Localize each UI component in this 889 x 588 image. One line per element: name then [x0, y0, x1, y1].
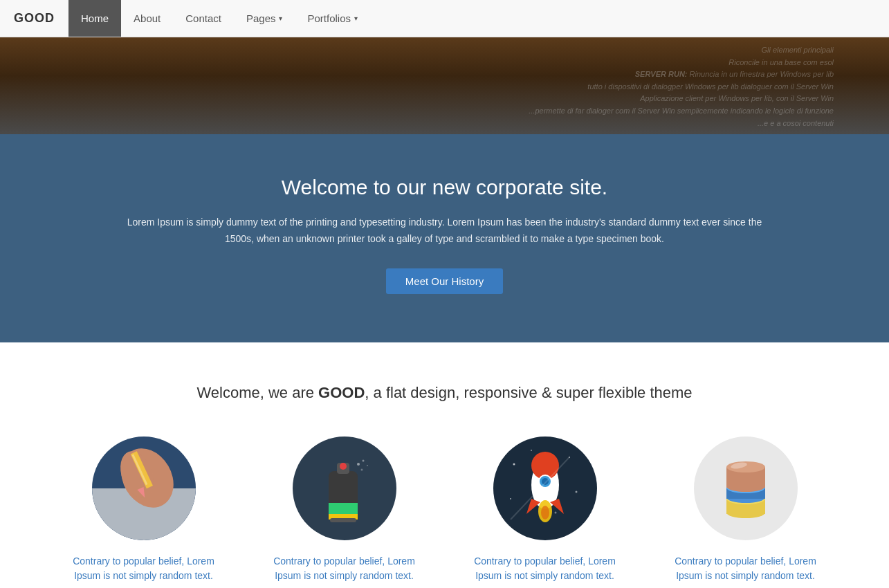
svg-point-28 — [541, 506, 549, 520]
welcome-title: Welcome, we are GOOD, a flat design, res… — [28, 384, 861, 402]
welcome-text-after: , a flat design, responsive & super flex… — [365, 384, 692, 401]
hero-image-text-overlay: Gli elementi principali Riconcile in una… — [529, 44, 834, 129]
navbar: GOOD Home About Contact Pages ▾ Portfoli… — [0, 0, 889, 37]
svg-point-19 — [531, 450, 532, 451]
card-1-icon — [92, 437, 196, 540]
hero-title: Welcome to our new corporate site. — [14, 176, 875, 199]
card-1-text: Contrary to popular belief, Lorem Ipsum … — [64, 554, 223, 583]
card-4: Contrary to popular belief, Lorem Ipsum … — [656, 437, 836, 588]
card-4-text: Contrary to popular belief, Lorem Ipsum … — [666, 554, 825, 583]
welcome-brand: GOOD — [318, 384, 365, 401]
svg-point-20 — [554, 511, 556, 513]
nav-item-about[interactable]: About — [121, 0, 173, 37]
hero-image-strip: Gli elementi principali Riconcile in una… — [0, 37, 889, 134]
card-4-icon — [694, 437, 798, 540]
nav-item-home[interactable]: Home — [68, 0, 121, 37]
svg-point-11 — [357, 463, 360, 466]
welcome-section: Welcome, we are GOOD, a flat design, res… — [0, 342, 889, 588]
card-2-icon — [293, 437, 396, 540]
brand: GOOD — [14, 11, 55, 26]
card-3: Contrary to popular belief, Lorem Ipsum … — [455, 437, 635, 588]
card-2-text: Contrary to popular belief, Lorem Ipsum … — [265, 554, 424, 583]
card-3-icon — [493, 437, 597, 540]
svg-rect-8 — [329, 503, 358, 514]
svg-point-13 — [360, 468, 363, 470]
svg-point-12 — [362, 459, 364, 461]
welcome-text-before: Welcome, we are — [196, 384, 318, 401]
nav-item-portfolios[interactable]: Portfolios ▾ — [295, 0, 370, 37]
nav-menu: Home About Contact Pages ▾ Portfolios ▾ — [68, 0, 370, 37]
hero-description: Lorem Ipsum is simply dummy text of the … — [113, 214, 777, 248]
card-1: Contrary to popular belief, Lorem Ipsum … — [54, 437, 234, 588]
svg-rect-10 — [330, 518, 356, 522]
nav-item-contact[interactable]: Contact — [173, 0, 234, 37]
svg-point-14 — [367, 465, 368, 466]
meet-history-button[interactable]: Meet Our History — [386, 268, 503, 294]
card-3-text: Contrary to popular belief, Lorem Ipsum … — [466, 554, 625, 583]
cards-row: Contrary to popular belief, Lorem Ipsum … — [30, 437, 860, 588]
svg-point-15 — [513, 463, 515, 465]
svg-point-7 — [340, 463, 347, 470]
portfolios-dropdown-icon: ▾ — [354, 15, 358, 22]
nav-item-pages[interactable]: Pages ▾ — [234, 0, 295, 37]
pages-dropdown-icon: ▾ — [279, 15, 282, 22]
svg-point-18 — [510, 498, 511, 499]
hero-section: Welcome to our new corporate site. Lorem… — [0, 134, 889, 342]
svg-point-17 — [575, 490, 577, 493]
card-2: Contrary to popular belief, Lorem Ipsum … — [255, 437, 434, 588]
